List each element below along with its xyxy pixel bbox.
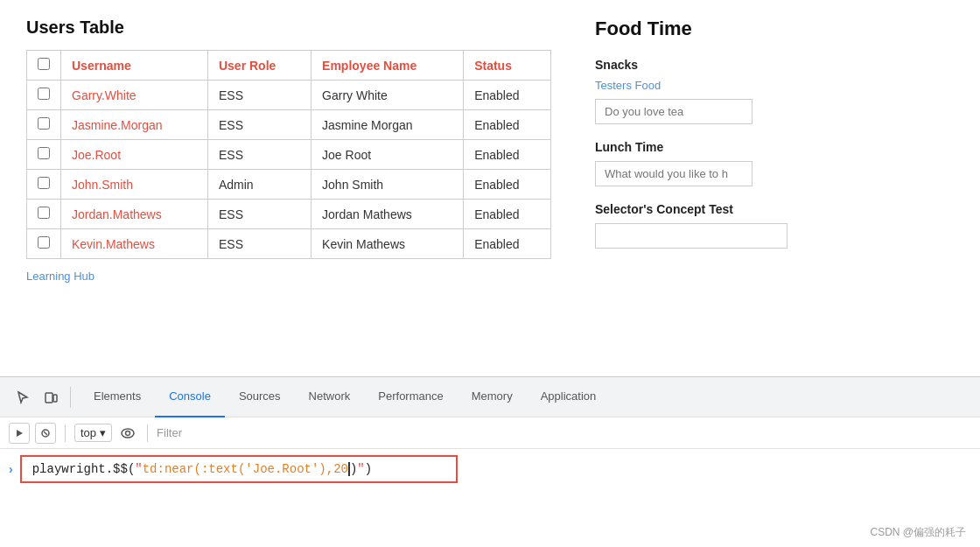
tab-memory[interactable]: Memory: [458, 377, 527, 417]
tab-sources[interactable]: Sources: [225, 377, 295, 417]
svg-point-6: [126, 431, 130, 435]
row-checkbox[interactable]: [38, 207, 50, 219]
tab-elements[interactable]: Elements: [80, 377, 155, 417]
row-checkbox-cell: [27, 229, 61, 259]
row-checkbox-cell: [27, 140, 61, 170]
row-role: ESS: [207, 140, 311, 170]
users-table-title: Users Table: [26, 18, 551, 38]
snacks-section: Snacks Testers Food: [595, 58, 954, 124]
selector-concept-input[interactable]: [595, 223, 788, 249]
username-link[interactable]: Jasmine.Morgan: [72, 118, 163, 132]
username-link[interactable]: John.Smith: [72, 178, 133, 192]
tab-performance[interactable]: Performance: [364, 377, 457, 417]
toolbar-divider-2: [147, 424, 148, 442]
row-username: Jordan.Mathews: [61, 200, 208, 229]
devtools-tabs: Elements Console Sources Network Perform…: [80, 377, 610, 417]
users-table: Username User Role Employee Name Status …: [26, 50, 551, 259]
lunch-input[interactable]: [595, 161, 752, 186]
header-user-role: User Role: [207, 51, 311, 81]
left-panel: Users Table Username User Role Employee …: [26, 18, 569, 376]
header-status: Status: [464, 51, 551, 81]
console-prompt-arrow: ›: [9, 462, 13, 476]
devtools-cursor-icon[interactable]: [9, 383, 37, 411]
row-checkbox[interactable]: [38, 147, 50, 159]
row-employee-name: Jordan Mathews: [312, 200, 464, 229]
snacks-label: Snacks: [595, 58, 954, 72]
row-status: Enabled: [464, 200, 551, 229]
lunch-section: Lunch Time: [595, 140, 954, 186]
eye-icon[interactable]: [117, 423, 138, 444]
row-checkbox-cell: [27, 81, 61, 110]
food-time-title: Food Time: [595, 18, 954, 40]
dropdown-arrow-icon: ▾: [100, 426, 106, 439]
tab-network[interactable]: Network: [295, 377, 365, 417]
row-status: Enabled: [464, 140, 551, 170]
lunch-label: Lunch Time: [595, 140, 954, 154]
row-username: Joe.Root: [61, 140, 208, 170]
row-checkbox[interactable]: [38, 177, 50, 189]
devtools-bar: Elements Console Sources Network Perform…: [0, 376, 980, 417]
table-row: Kevin.Mathews ESS Kevin Mathews Enabled: [27, 229, 551, 259]
table-row: John.Smith Admin John Smith Enabled: [27, 170, 551, 200]
row-status: Enabled: [464, 229, 551, 259]
row-username: Kevin.Mathews: [61, 229, 208, 259]
username-link[interactable]: Garry.White: [72, 88, 136, 102]
console-toolbar: top ▾ Filter: [0, 417, 980, 448]
header-checkbox-col: [27, 51, 61, 81]
devtools-divider-1: [70, 387, 71, 408]
row-role: ESS: [207, 229, 311, 259]
row-checkbox[interactable]: [38, 88, 50, 100]
svg-rect-1: [53, 395, 57, 402]
testers-food-link[interactable]: Testers Food: [595, 79, 954, 92]
console-stop-button[interactable]: [35, 423, 56, 444]
row-checkbox[interactable]: [38, 117, 50, 130]
row-role: ESS: [207, 110, 311, 140]
row-employee-name: Kevin Mathews: [312, 229, 464, 259]
top-label: top: [80, 426, 96, 439]
svg-rect-0: [46, 393, 52, 403]
svg-line-4: [44, 431, 47, 435]
header-username: Username: [61, 51, 208, 81]
filter-placeholder: Filter: [157, 426, 182, 439]
code-suffix: ): [350, 462, 357, 476]
row-checkbox[interactable]: [38, 236, 50, 249]
table-row: Garry.White ESS Garry White Enabled: [27, 81, 551, 110]
username-link[interactable]: Kevin.Mathews: [72, 237, 155, 251]
username-link[interactable]: Jordan.Mathews: [72, 207, 162, 221]
learning-hub-link[interactable]: Learning Hub: [26, 270, 94, 283]
row-checkbox-cell: [27, 110, 61, 140]
top-context-dropdown[interactable]: top ▾: [74, 424, 112, 442]
row-checkbox-cell: [27, 170, 61, 200]
table-row: Jordan.Mathews ESS Jordan Mathews Enable…: [27, 200, 551, 229]
watermark: CSDN @偏强的耗子: [870, 525, 966, 540]
table-row: Jasmine.Morgan ESS Jasmine Morgan Enable…: [27, 110, 551, 140]
right-panel: Food Time Snacks Testers Food Lunch Time…: [569, 18, 954, 376]
console-play-button[interactable]: [9, 423, 30, 444]
row-employee-name: Joe Root: [312, 140, 464, 170]
toolbar-divider: [65, 424, 66, 442]
row-username: Jasmine.Morgan: [61, 110, 208, 140]
row-status: Enabled: [464, 170, 551, 200]
devtools-device-icon[interactable]: [37, 383, 65, 411]
code-string-close: ": [357, 462, 364, 476]
row-username: Garry.White: [61, 81, 208, 110]
row-employee-name: John Smith: [312, 170, 464, 200]
row-role: ESS: [207, 81, 311, 110]
table-row: Joe.Root ESS Joe Root Enabled: [27, 140, 551, 170]
row-status: Enabled: [464, 81, 551, 110]
username-link[interactable]: Joe.Root: [72, 148, 121, 162]
code-string-open: ": [135, 462, 142, 476]
select-all-checkbox[interactable]: [38, 58, 50, 70]
snacks-input[interactable]: [595, 99, 752, 124]
code-close-paren: ): [365, 462, 372, 476]
row-employee-name: Jasmine Morgan: [312, 110, 464, 140]
selector-concept-label: Selector's Concept Test: [595, 202, 954, 216]
tab-application[interactable]: Application: [527, 377, 611, 417]
code-prefix: playwright.$$(: [32, 462, 136, 476]
svg-marker-2: [17, 430, 23, 437]
row-role: ESS: [207, 200, 311, 229]
console-code-input[interactable]: playwright.$$("td:near(:text('Joe.Root')…: [20, 455, 458, 483]
row-status: Enabled: [464, 110, 551, 140]
tab-console[interactable]: Console: [155, 377, 225, 417]
row-checkbox-cell: [27, 200, 61, 229]
